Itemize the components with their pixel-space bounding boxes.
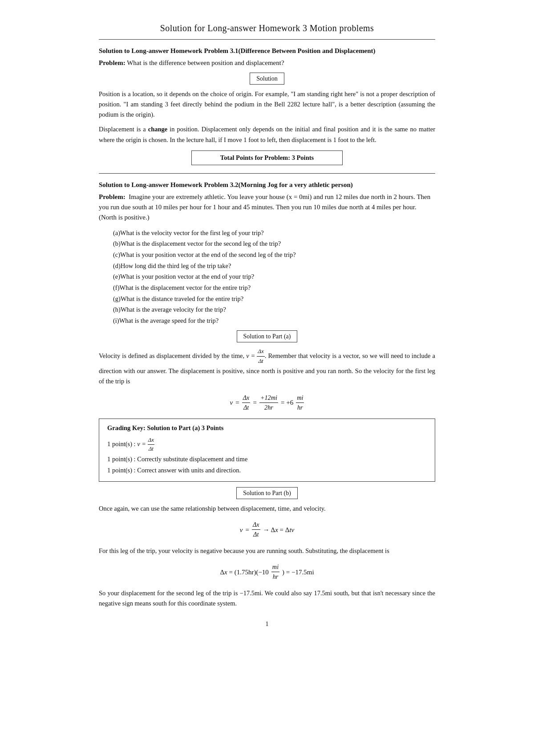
list-item: (f)What is the displacement vector for t… [113,282,435,293]
main-title: Solution for Long-answer Homework 3 Moti… [99,21,435,35]
problem-31-title: Solution to Long-answer Homework Problem… [99,46,435,56]
solution-a-text1: Velocity is defined as displacement divi… [99,347,435,386]
list-item: (e)What is your position vector at the e… [113,271,435,282]
list-item: (d)How long did the third leg of the tri… [113,260,435,272]
list-item: (c)What is your position vector at the e… [113,249,435,260]
solution-31-button[interactable]: Solution [250,73,284,85]
equation-b2: Δx = (1.75hr)(−10 mi hr ) = −17.5mi [99,562,435,582]
section-divider-32 [99,173,435,174]
problem-31-section: Solution to Long-answer Homework Problem… [99,46,435,165]
list-item: (i)What is the average speed for the tri… [113,315,435,326]
solution-a-button[interactable]: Solution to Part (a) [237,330,298,342]
list-item: (g)What is the distance traveled for the… [113,293,435,305]
grading-item-a3: 1 point(s) : Correct answer with units a… [107,466,427,476]
problem-32-title: Solution to Long-answer Homework Problem… [99,180,435,190]
list-item: (a)What is the velocity vector for the f… [113,228,435,239]
solution-b-btn-container: Solution to Part (b) [99,487,435,499]
grading-item-a1: 1 point(s) : v = ΔxΔt [107,436,427,453]
problem-31-text: What is the difference between position … [127,59,284,66]
list-item: (h)What is the average velocity for the … [113,304,435,315]
parts-list: (a)What is the velocity vector for the f… [113,228,435,326]
solution-b-text1: Once again, we can use the same relation… [99,504,435,514]
problem-31-label: Problem: [99,59,125,66]
problem-31-body1: Position is a location, so it depends on… [99,89,435,120]
solution-b-text2: For this leg of the trip, your velocity … [99,546,435,556]
solution-b-button[interactable]: Solution to Part (b) [236,487,298,499]
problem-32-label: Problem: [99,193,125,200]
problem-32-text: Imagine your are extremely athletic. You… [99,193,430,221]
title-divider [99,39,435,40]
solution-31-btn-container: Solution [99,73,435,85]
page-number: 1 [99,619,435,629]
problem-31-statement: Problem: What is the difference between … [99,58,435,68]
grading-key-a-title: Grading Key: Solution to Part (a) 3 Poin… [107,423,427,433]
problem-31-body2: Displacement is a change in position. Di… [99,124,435,145]
equation-b1: v = Δx Δt → Δx = Δtv [99,520,435,540]
grading-item-a2: 1 point(s) : Correctly substitute displa… [107,455,427,464]
problem-32-statement: Problem: Imagine your are extremely athl… [99,192,435,223]
problem-32-section: Solution to Long-answer Homework Problem… [99,180,435,609]
solution-a-btn-container: Solution to Part (a) [99,330,435,342]
equation-a: v = Δx Δt = +12mi 2hr = +6 mi hr [99,393,435,413]
grading-key-a: Grading Key: Solution to Part (a) 3 Poin… [99,419,435,482]
solution-b-text3: So your displacement for the second leg … [99,588,435,609]
total-points-31: Total Points for Problem: 3 Points [191,150,343,166]
list-item: (b)What is the displacement vector for t… [113,238,435,249]
